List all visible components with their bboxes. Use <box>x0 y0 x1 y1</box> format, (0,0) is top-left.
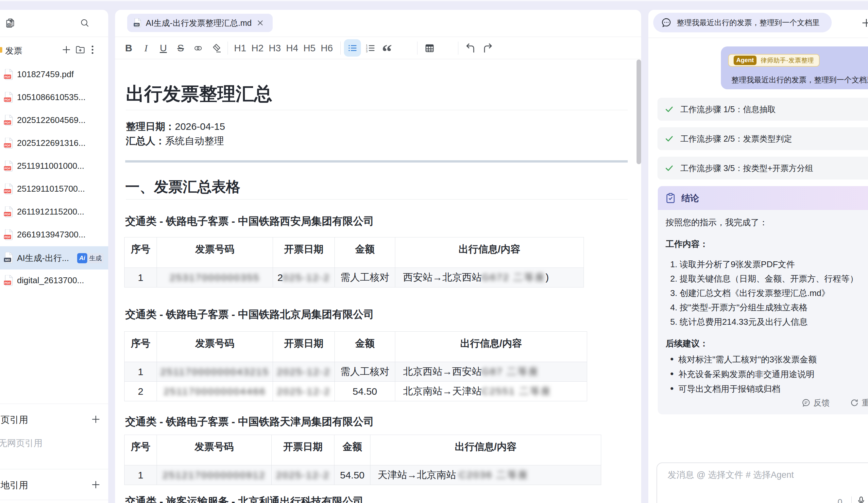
svg-text:AI: AI <box>8 23 10 26</box>
svg-text:PDF: PDF <box>4 144 11 147</box>
svg-text:3: 3 <box>366 50 368 53</box>
svg-text:PDF: PDF <box>4 75 11 79</box>
svg-text:PDF: PDF <box>4 281 11 285</box>
svg-text:PDF: PDF <box>4 212 11 216</box>
svg-text:MD: MD <box>135 23 138 26</box>
svg-text:MD: MD <box>5 258 10 261</box>
svg-text:PDF: PDF <box>4 121 11 124</box>
svg-text:PDF: PDF <box>4 189 11 193</box>
svg-text:PDF: PDF <box>4 166 11 170</box>
svg-text:PDF: PDF <box>4 98 11 101</box>
svg-text:PDF: PDF <box>4 235 11 239</box>
